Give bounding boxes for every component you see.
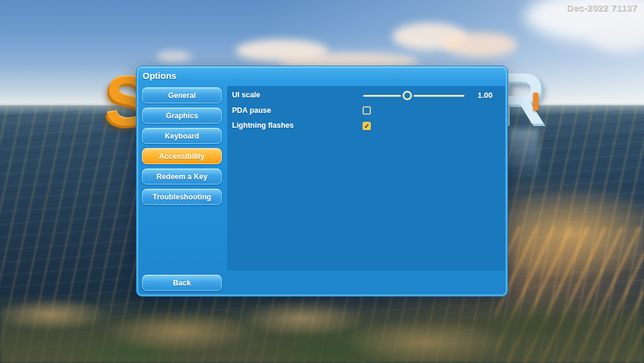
pda-pause-checkbox[interactable]: ✓ — [363, 106, 371, 115]
back-button[interactable]: Back — [142, 275, 222, 291]
cloud — [156, 51, 192, 62]
lightning-flashes-label: Lightning flashes — [232, 121, 293, 130]
options-sidebar: General Graphics Keyboard Accessibility … — [142, 87, 222, 205]
sidebar-item-general[interactable]: General — [142, 87, 222, 103]
options-dialog: Options General Graphics Keyboard Access… — [136, 66, 508, 297]
pda-pause-label: PDA pause — [232, 106, 271, 115]
accessibility-settings-panel: UI scale 1.00 PDA pause ✓ Lightning flas… — [227, 86, 505, 270]
ui-scale-slider[interactable] — [363, 95, 465, 97]
logo-reflection — [508, 128, 539, 179]
ui-scale-slider-handle[interactable] — [402, 91, 412, 100]
build-watermark: Dec-2022 71137 — [566, 2, 637, 13]
sidebar-item-graphics[interactable]: Graphics — [142, 107, 222, 124]
sidebar-item-accessibility[interactable]: Accessibility — [142, 148, 222, 164]
sidebar-item-troubleshooting[interactable]: Troubleshooting — [142, 189, 222, 205]
cloud — [442, 32, 517, 57]
lightning-flashes-checkbox[interactable]: ✓ — [363, 122, 371, 130]
sidebar-item-redeem-a-key[interactable]: Redeem a Key — [142, 168, 222, 184]
sidebar-item-keyboard[interactable]: Keyboard — [142, 128, 222, 144]
underwater-reef — [0, 294, 644, 363]
dialog-title: Options — [143, 70, 177, 81]
ui-scale-label: UI scale — [232, 91, 260, 99]
logo-letter-accent — [533, 93, 538, 110]
ui-scale-value: 1.00 — [466, 91, 493, 100]
